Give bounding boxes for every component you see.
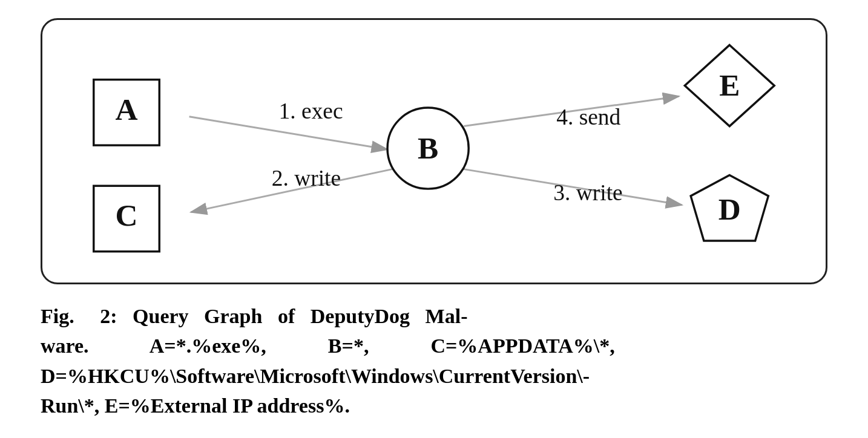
figure-caption: Fig. 2: Query Graph of DeputyDog Mal- wa…: [41, 301, 827, 420]
caption-text: Fig. 2: Query Graph of DeputyDog Mal- wa…: [41, 305, 615, 417]
edge-label-write-d: 3. write: [553, 180, 622, 205]
node-b-label: B: [418, 131, 438, 165]
edge-label-send: 4. send: [556, 105, 620, 129]
node-d-label: D: [718, 192, 741, 226]
node-c-label: C: [115, 198, 137, 232]
edge-label-exec: 1. exec: [279, 99, 343, 123]
node-e-label: E: [719, 68, 740, 102]
node-a-label: A: [115, 92, 137, 126]
graph-svg: A C B E D 1. exec 2. write 4. send 3. wr…: [42, 20, 826, 283]
graph-container: A C B E D 1. exec 2. write 4. send 3. wr…: [41, 18, 827, 284]
edge-label-write-c: 2. write: [272, 166, 341, 191]
